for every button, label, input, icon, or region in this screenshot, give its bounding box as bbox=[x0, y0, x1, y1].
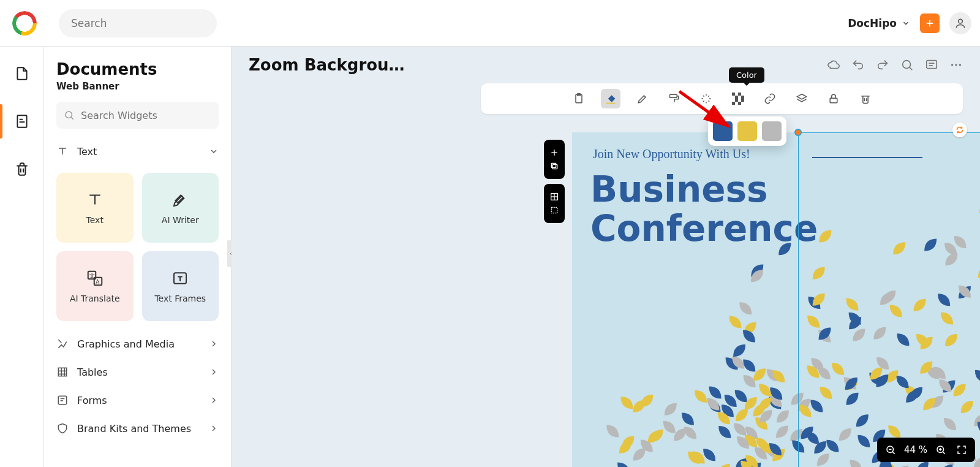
top-bar: DocHipo bbox=[0, 0, 980, 47]
rail-documents[interactable] bbox=[7, 59, 37, 88]
header-actions bbox=[827, 58, 963, 72]
border-button[interactable] bbox=[633, 89, 652, 108]
svg-rect-44 bbox=[738, 102, 741, 105]
link-button[interactable] bbox=[760, 89, 780, 108]
svg-rect-40 bbox=[741, 99, 744, 102]
svg-rect-52 bbox=[551, 163, 556, 167]
svg-rect-43 bbox=[732, 102, 735, 105]
svg-point-10 bbox=[66, 112, 72, 118]
leaf-pattern bbox=[572, 132, 980, 467]
refresh-icon bbox=[956, 126, 964, 134]
canvas-add-group bbox=[544, 140, 565, 179]
effects-button[interactable] bbox=[696, 89, 716, 108]
panel-subtitle: Web Banner bbox=[56, 81, 219, 92]
category-graphics[interactable]: Graphics and Media bbox=[56, 330, 219, 358]
expand-icon bbox=[956, 444, 967, 455]
graphics-icon bbox=[56, 338, 69, 350]
zoom-control: 44 % bbox=[877, 438, 975, 462]
context-toolbar bbox=[481, 83, 963, 114]
person-icon bbox=[954, 17, 967, 29]
fullscreen-button[interactable] bbox=[954, 442, 969, 457]
zoom-in-button[interactable] bbox=[933, 442, 948, 457]
svg-rect-45 bbox=[830, 98, 837, 103]
trash-icon bbox=[859, 93, 872, 105]
link-icon bbox=[764, 93, 776, 105]
swatch-yellow[interactable] bbox=[737, 121, 757, 141]
style-button[interactable] bbox=[665, 89, 684, 108]
workspace-menu[interactable]: DocHipo bbox=[848, 17, 910, 29]
svg-rect-5 bbox=[17, 115, 26, 127]
chevron-down-icon bbox=[902, 19, 910, 28]
global-search-input[interactable] bbox=[70, 17, 206, 30]
plus-icon bbox=[924, 18, 935, 29]
tile-ai-translate[interactable]: 文A AI Translate bbox=[56, 251, 134, 321]
svg-rect-27 bbox=[927, 61, 937, 69]
canvas-status-badge[interactable] bbox=[952, 123, 967, 137]
design-canvas[interactable]: Join New Opportunity With Us! Business C… bbox=[572, 132, 980, 467]
category-brand-kits[interactable]: Brand Kits and Themes bbox=[56, 414, 219, 442]
work-header: Zoom Backgrou… bbox=[232, 47, 980, 83]
svg-rect-37 bbox=[732, 93, 735, 96]
workspace: Zoom Backgrou… Color bbox=[232, 47, 980, 467]
account-avatar[interactable] bbox=[949, 12, 971, 34]
fill-color-button[interactable] bbox=[601, 89, 620, 108]
global-search[interactable] bbox=[59, 9, 217, 37]
svg-rect-42 bbox=[741, 96, 744, 99]
workspace-name: DocHipo bbox=[848, 17, 897, 29]
more-icon[interactable] bbox=[949, 58, 963, 72]
layers-button[interactable] bbox=[792, 89, 812, 108]
text-icon bbox=[56, 145, 69, 158]
page-icon bbox=[14, 113, 30, 129]
create-new-button[interactable] bbox=[920, 13, 940, 33]
copy-icon[interactable] bbox=[549, 161, 559, 171]
redo-icon[interactable] bbox=[876, 58, 889, 72]
table-icon bbox=[56, 366, 69, 378]
tile-text-frames[interactable]: Text Frames bbox=[142, 251, 219, 321]
chevron-right-icon bbox=[209, 395, 219, 405]
comment-icon[interactable] bbox=[925, 58, 938, 72]
forms-icon bbox=[56, 394, 69, 406]
grid-icon[interactable] bbox=[549, 192, 559, 202]
plus-icon[interactable] bbox=[549, 148, 559, 158]
color-tooltip: Color bbox=[729, 67, 764, 83]
rail-trash[interactable] bbox=[7, 154, 37, 184]
svg-rect-22 bbox=[58, 396, 66, 404]
rail-widgets[interactable] bbox=[7, 107, 37, 136]
search-icon[interactable] bbox=[900, 58, 914, 72]
paint-bucket-icon bbox=[605, 93, 617, 105]
widget-search[interactable] bbox=[56, 102, 219, 129]
clipboard-button[interactable] bbox=[569, 89, 589, 108]
swatch-blue[interactable] bbox=[713, 121, 733, 141]
document-title[interactable]: Zoom Backgrou… bbox=[249, 56, 405, 74]
chevron-down-icon bbox=[209, 146, 219, 156]
svg-point-31 bbox=[955, 64, 957, 66]
widget-search-input[interactable] bbox=[80, 109, 211, 122]
category-tables[interactable]: Tables bbox=[56, 358, 219, 386]
lock-button[interactable] bbox=[824, 89, 843, 108]
pen-icon bbox=[171, 191, 189, 209]
tile-ai-writer[interactable]: AI Writer bbox=[142, 173, 219, 243]
select-area-icon[interactable] bbox=[549, 205, 559, 215]
svg-text:文: 文 bbox=[89, 273, 95, 279]
transparency-button[interactable] bbox=[728, 89, 748, 108]
svg-rect-41 bbox=[735, 96, 738, 99]
paint-roller-icon bbox=[668, 93, 680, 105]
delete-button[interactable] bbox=[856, 89, 875, 108]
pencil-icon bbox=[636, 93, 649, 105]
chevron-right-icon bbox=[209, 339, 219, 349]
svg-point-32 bbox=[959, 64, 961, 66]
app-logo[interactable] bbox=[12, 11, 37, 36]
category-text[interactable]: Text bbox=[56, 137, 219, 165]
cloud-sync-icon[interactable] bbox=[827, 58, 840, 72]
svg-rect-51 bbox=[552, 164, 557, 169]
category-forms[interactable]: Forms bbox=[56, 386, 219, 414]
swatch-grey[interactable] bbox=[762, 121, 782, 141]
sparkle-icon bbox=[700, 93, 712, 105]
undo-icon[interactable] bbox=[851, 58, 865, 72]
svg-line-59 bbox=[892, 452, 894, 454]
svg-rect-35 bbox=[669, 94, 677, 97]
zoom-out-button[interactable] bbox=[883, 442, 898, 457]
svg-rect-38 bbox=[738, 93, 741, 96]
svg-point-25 bbox=[903, 61, 911, 69]
tile-text[interactable]: Text bbox=[56, 173, 134, 243]
